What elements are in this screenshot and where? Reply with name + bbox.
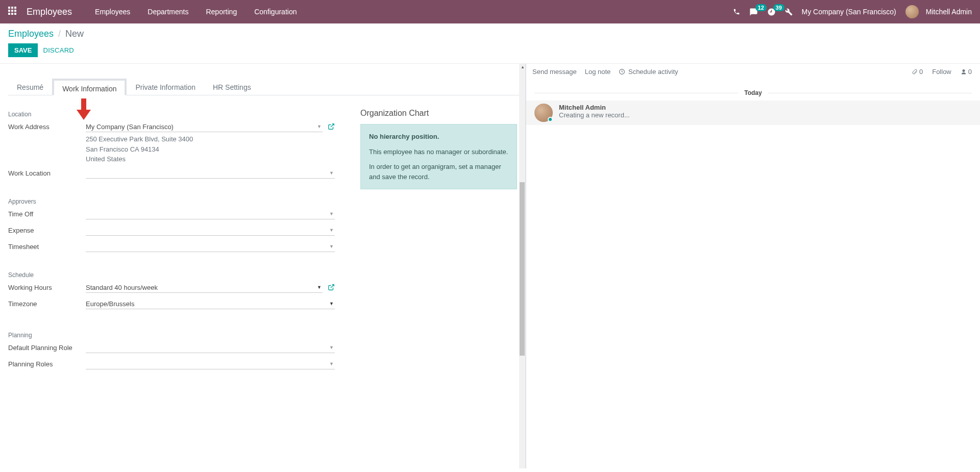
follow-button[interactable]: Follow [932,68,951,76]
section-approvers: Approvers [8,198,335,205]
form-sheet: ▲ Resumé Work Information Private Inform… [0,64,526,468]
nav-reporting[interactable]: Reporting [198,4,244,20]
external-link-icon[interactable] [328,122,335,130]
chevron-down-icon: ▼ [317,124,322,129]
label-timesheet: Timesheet [8,242,86,251]
avatar [905,5,919,18]
phone-icon[interactable] [733,8,740,15]
org-chart-title: Organization Chart [360,109,517,118]
chevron-down-icon: ▼ [329,301,334,306]
svg-line-3 [331,284,334,287]
timesheet-input[interactable]: ▼ [86,242,335,252]
navbar: Employees Employees Departments Reportin… [0,0,980,23]
messages-icon[interactable]: 12 [749,8,758,16]
form-left-column: Location Work Address My Company (San Fr… [8,105,335,376]
today-divider: Today [526,89,980,96]
online-indicator-icon [548,117,553,122]
label-work-address: Work Address [8,122,86,131]
messages-badge: 12 [755,4,767,11]
main-content: ▲ Resumé Work Information Private Inform… [0,64,980,468]
breadcrumb-root[interactable]: Employees [8,29,54,39]
planning-roles-input[interactable]: ▼ [86,359,335,369]
activities-icon[interactable]: 39 [767,8,776,16]
org-chart-alert: No hierarchy position. This employee has… [360,124,517,189]
debug-icon[interactable] [785,8,793,16]
scrollbar[interactable]: ▲ [519,64,525,468]
discard-button[interactable]: DISCARD [43,46,74,54]
message-item: Mitchell Admin Creating a new record... [526,101,980,125]
message-author: Mitchell Admin [559,104,630,111]
external-link-icon[interactable] [328,283,335,291]
work-address-detail: 250 Executive Park Blvd, Suite 3400 San … [86,134,323,164]
alert-title: No hierarchy position. [369,132,508,142]
breadcrumb: Employees / New [8,29,972,39]
chatter: Send message Log note Schedule activity … [526,64,980,468]
tab-private-information[interactable]: Private Information [127,79,204,95]
save-button[interactable]: SAVE [8,43,38,57]
message-text: Creating a new record... [559,111,630,119]
chevron-down-icon: ▼ [329,244,334,249]
nav-departments[interactable]: Departments [140,4,196,20]
label-default-planning-role: Default Planning Role [8,343,86,352]
svg-line-2 [331,124,334,127]
apps-icon[interactable] [8,7,18,17]
label-work-location: Work Location [8,168,86,177]
tab-hr-settings[interactable]: HR Settings [204,79,260,95]
tabs: Resumé Work Information Private Informat… [8,78,525,95]
form-right-column: Organization Chart No hierarchy position… [360,105,517,376]
log-note-button[interactable]: Log note [585,68,611,76]
work-location-input[interactable]: ▼ [86,168,335,179]
nav-right: 12 39 My Company (San Francisco) Mitchel… [733,5,972,18]
label-planning-roles: Planning Roles [8,359,86,368]
work-address-input[interactable]: My Company (San Francisco) ▼ [86,122,323,132]
chevron-down-icon: ▼ [329,211,334,216]
label-expense: Expense [8,226,86,234]
label-time-off: Time Off [8,209,86,218]
chatter-topbar: Send message Log note Schedule activity … [526,64,980,80]
tab-work-information[interactable]: Work Information [52,79,127,95]
nav-links: Employees Departments Reporting Configur… [87,4,304,20]
activities-badge: 39 [773,4,785,11]
expense-input[interactable]: ▼ [86,226,335,236]
alert-text-1: This employee has no manager or subordin… [369,147,508,157]
label-working-hours: Working Hours [8,283,86,291]
followers-button[interactable]: 0 [961,68,972,76]
nav-employees[interactable]: Employees [87,4,138,20]
annotation-arrow-icon [77,98,91,119]
company-selector[interactable]: My Company (San Francisco) [802,8,896,16]
chevron-down-icon: ▼ [317,285,322,290]
chevron-down-icon: ▼ [329,228,334,233]
user-name: Mitchell Admin [926,8,972,16]
avatar [534,104,553,122]
scrollbar-thumb[interactable] [520,182,525,356]
section-location: Location [8,111,335,118]
chevron-down-icon: ▼ [329,345,334,350]
section-schedule: Schedule [8,271,335,279]
default-planning-role-input[interactable]: ▼ [86,343,335,353]
svg-marker-1 [77,110,91,120]
attachments-button[interactable]: 0 [912,68,923,76]
section-planning: Planning [8,332,335,339]
chevron-down-icon: ▼ [329,361,334,366]
chevron-down-icon: ▼ [329,170,334,176]
tab-resume[interactable]: Resumé [8,79,52,95]
schedule-activity-button[interactable]: Schedule activity [619,68,678,76]
send-message-button[interactable]: Send message [532,68,577,76]
control-panel: Employees / New SAVE DISCARD [0,23,980,64]
work-address-value: My Company (San Francisco) [86,123,174,131]
timezone-input[interactable]: Europe/Brussels▼ [86,299,335,309]
app-brand: Employees [27,7,72,17]
breadcrumb-sep: / [56,29,63,39]
breadcrumb-current: New [65,29,84,39]
working-hours-input[interactable]: Standard 40 hours/week▼ [86,283,323,293]
alert-text-2: In order to get an organigram, set a man… [369,162,508,182]
user-menu[interactable]: Mitchell Admin [905,5,972,18]
label-timezone: Timezone [8,299,86,308]
svg-rect-0 [81,98,86,110]
time-off-input[interactable]: ▼ [86,209,335,219]
nav-configuration[interactable]: Configuration [247,4,304,20]
